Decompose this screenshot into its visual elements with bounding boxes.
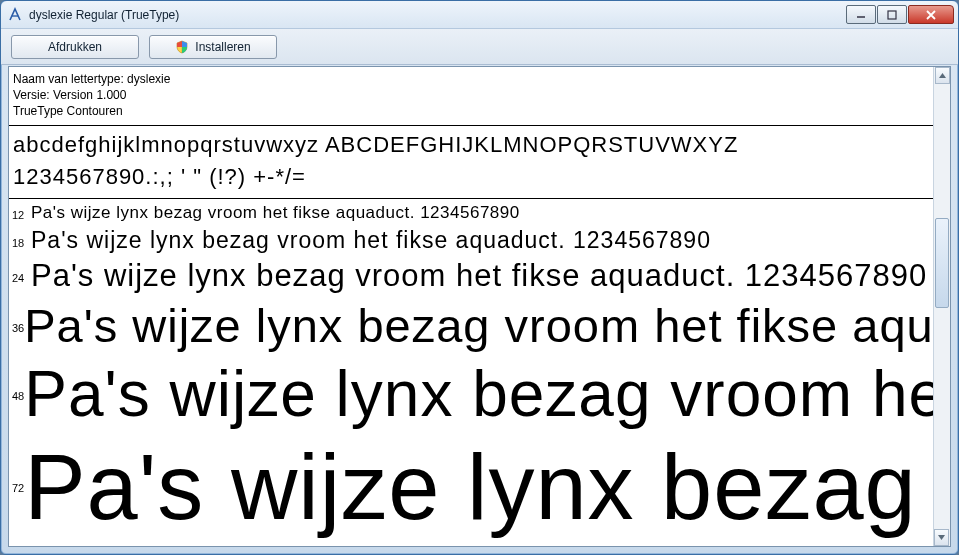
- install-button-label: Installeren: [195, 40, 250, 54]
- scroll-up-button[interactable]: [935, 67, 950, 84]
- shield-icon: [175, 40, 189, 54]
- sample-size-label: 12: [9, 209, 31, 221]
- glyphs-digits-punct: 1234567890.:,; ' " (!?) +-*/=: [13, 164, 929, 190]
- vertical-scrollbar[interactable]: [933, 67, 950, 546]
- pangram-samples: 12 Pa's wijze lynx bezag vroom het fikse…: [9, 199, 933, 540]
- scrollbar-track[interactable]: [934, 84, 950, 529]
- font-metadata: Naam van lettertype: dyslexie Versie: Ve…: [9, 67, 933, 125]
- content-area: Naam van lettertype: dyslexie Versie: Ve…: [8, 66, 951, 547]
- glyphs-alpha: abcdefghijklmnopqrstuvwxyz ABCDEFGHIJKLM…: [13, 132, 929, 158]
- scroll-down-button[interactable]: [934, 529, 949, 546]
- font-app-icon: [7, 7, 23, 23]
- sample-size-label: 72: [9, 482, 24, 494]
- sample-size-label: 24: [9, 272, 31, 284]
- svg-rect-1: [888, 11, 896, 19]
- sample-row-18: 18 Pa's wijze lynx bezag vroom het fikse…: [9, 227, 933, 258]
- sample-row-12: 12 Pa's wijze lynx bezag vroom het fikse…: [9, 203, 933, 227]
- font-outline-line: TrueType Contouren: [13, 103, 929, 119]
- sample-row-72: 72 Pa's wijze lynx bezag vroom het fikse…: [9, 435, 933, 540]
- scrollbar-thumb[interactable]: [935, 218, 949, 308]
- sample-text: Pa's wijze lynx bezag vroom het fikse aq…: [24, 435, 933, 540]
- toolbar: Afdrukken Installeren: [1, 29, 958, 65]
- print-button-label: Afdrukken: [48, 40, 102, 54]
- titlebar[interactable]: dyslexie Regular (TrueType): [1, 1, 958, 29]
- close-button[interactable]: [908, 5, 954, 24]
- preview-content: Naam van lettertype: dyslexie Versie: Ve…: [9, 67, 933, 546]
- sample-text: Pa's wijze lynx bezag vroom het fikse aq…: [31, 227, 711, 254]
- sample-row-48: 48 Pa's wijze lynx bezag vroom het fikse…: [9, 357, 933, 435]
- print-button[interactable]: Afdrukken: [11, 35, 139, 59]
- font-preview-window: dyslexie Regular (TrueType) Afdrukken: [0, 0, 959, 555]
- sample-row-24: 24 Pa's wijze lynx bezag vroom het fikse…: [9, 258, 933, 298]
- window-title: dyslexie Regular (TrueType): [29, 8, 845, 22]
- maximize-button[interactable]: [877, 5, 907, 24]
- window-buttons: [845, 5, 954, 24]
- sample-size-label: 18: [9, 237, 31, 249]
- glyph-samples: abcdefghijklmnopqrstuvwxyz ABCDEFGHIJKLM…: [9, 126, 933, 198]
- minimize-button[interactable]: [846, 5, 876, 24]
- sample-text: Pa's wijze lynx bezag vroom het fikse aq…: [24, 357, 933, 431]
- font-version-line: Versie: Version 1.000: [13, 87, 929, 103]
- sample-row-36: 36 Pa's wijze lynx bezag vroom het fikse…: [9, 298, 933, 357]
- sample-text: Pa's wijze lynx bezag vroom het fikse aq…: [31, 258, 927, 294]
- sample-size-label: 48: [9, 390, 24, 402]
- sample-text: Pa's wijze lynx bezag vroom het fikse aq…: [31, 203, 520, 223]
- font-name-line: Naam van lettertype: dyslexie: [13, 71, 929, 87]
- sample-size-label: 36: [9, 322, 24, 334]
- sample-text: Pa's wijze lynx bezag vroom het fikse aq…: [24, 298, 933, 353]
- install-button[interactable]: Installeren: [149, 35, 277, 59]
